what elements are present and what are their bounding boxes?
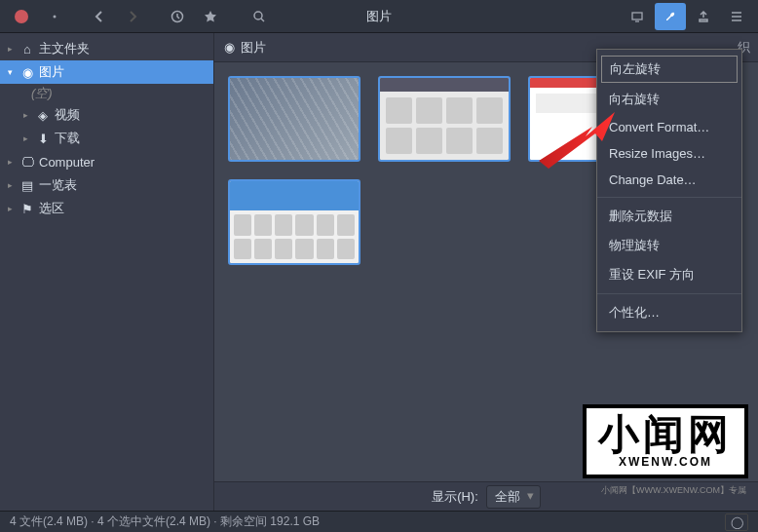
sidebar-item-home[interactable]: ▸ ⌂ 主文件夹 [0,37,213,60]
menu-physical-rotate[interactable]: 物理旋转 [597,231,741,260]
search-button[interactable] [244,3,275,30]
minimize-button[interactable] [39,3,70,30]
forward-button[interactable] [117,3,148,30]
sidebar-item-label: 一览表 [39,176,77,194]
history-button[interactable] [162,3,193,30]
info-button[interactable]: ◯ [725,513,748,531]
flag-icon: ⚑ [19,202,35,216]
toolbar: 图片 [0,0,758,33]
menu-separator [597,197,741,198]
slideshow-button[interactable] [622,3,653,30]
list-icon: ▤ [19,178,35,193]
sidebar-item-label: 视频 [55,106,80,124]
status-bar: 4 文件(2.4 MB) · 4 个选中文件(2.4 MB) · 剩余空间 19… [0,511,758,532]
video-icon: ◈ [35,108,51,123]
sidebar-item-label: Computer [39,155,95,170]
chevron-down-icon: ▾ [4,67,16,77]
close-button[interactable] [6,3,37,30]
menu-rotate-left[interactable]: 向左旋转 [601,56,738,83]
sidebar-item-downloads[interactable]: ▸ ⬇ 下载 [0,127,213,150]
sidebar-item-label: 主文件夹 [39,40,90,57]
export-button[interactable] [688,3,719,30]
menu-rotate-right[interactable]: 向右旋转 [597,85,741,114]
menu-delete-metadata[interactable]: 删除元数据 [597,202,741,231]
sidebar-item-catalog[interactable]: ▸ ▤ 一览表 [0,173,213,197]
chevron-right-icon: ▸ [4,44,16,54]
sidebar-item-label: 图片 [39,63,64,81]
sidebar-item-selection[interactable]: ▸ ⚑ 选区 [0,197,213,220]
sidebar-item-label: 选区 [39,200,64,217]
sidebar-empty-label: (空) [0,84,213,103]
thumbnail[interactable] [378,76,511,162]
status-text: 4 文件(2.4 MB) · 4 个选中文件(2.4 MB) · 剩余空间 19… [10,513,320,530]
menu-button[interactable] [721,3,752,30]
home-icon: ⌂ [19,42,35,57]
svg-rect-3 [632,13,642,19]
menu-separator [597,293,741,294]
sidebar: ▸ ⌂ 主文件夹 ▾ ◉ 图片 (空) ▸ ◈ 视频 ▸ ⬇ 下载 ▸ 🖵 Co… [0,33,214,511]
sidebar-item-video[interactable]: ▸ ◈ 视频 [0,103,213,127]
thumbnail[interactable] [228,76,360,162]
watermark: 小闻网 XWENW.COM [583,404,748,478]
svg-point-0 [54,15,57,18]
menu-reset-exif[interactable]: 重设 EXIF 方向 [597,260,741,289]
menu-customize[interactable]: 个性化… [597,298,741,327]
menu-convert-format[interactable]: Convert Format… [597,114,741,140]
svg-point-2 [254,12,262,19]
tools-menu: 向左旋转 向右旋转 Convert Format… Resize Images…… [596,49,742,332]
sidebar-item-pictures[interactable]: ▾ ◉ 图片 [0,60,213,84]
filter-select[interactable]: 全部 [486,485,541,509]
chevron-right-icon: ▸ [19,110,31,120]
computer-icon: 🖵 [19,155,35,170]
chevron-right-icon: ▸ [4,180,16,190]
download-icon: ⬇ [35,132,51,146]
chevron-right-icon: ▸ [4,157,16,167]
thumbnail[interactable] [228,179,360,265]
window-title: 图片 [366,8,392,25]
camera-icon: ◉ [19,65,35,80]
breadcrumb-location[interactable]: 图片 [241,39,266,57]
star-button[interactable] [195,3,226,30]
watermark-sub: 小闻网【WWW.XWENW.COM】专属 [601,484,746,497]
sidebar-item-computer[interactable]: ▸ 🖵 Computer [0,150,213,173]
tools-button[interactable] [655,3,686,30]
menu-resize-images[interactable]: Resize Images… [597,140,741,167]
chevron-right-icon: ▸ [4,204,16,213]
sidebar-item-label: 下载 [55,130,80,147]
menu-change-date[interactable]: Change Date… [597,167,741,193]
filter-label: 显示(H): [432,488,478,506]
back-button[interactable] [84,3,115,30]
chevron-right-icon: ▸ [19,133,31,143]
camera-icon: ◉ [224,40,235,55]
